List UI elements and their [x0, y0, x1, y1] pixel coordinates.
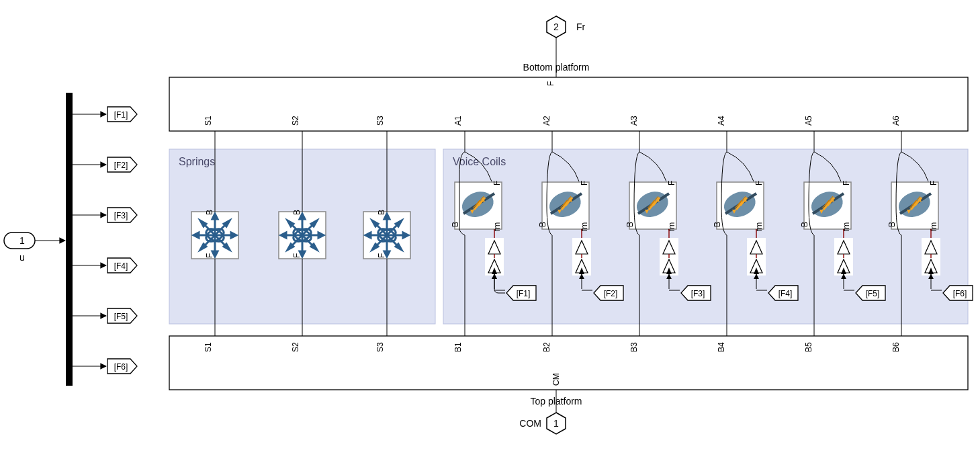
port-b: B: [538, 222, 547, 227]
port-label: B3: [629, 342, 639, 352]
port-fm: fm: [667, 222, 676, 231]
port-b: B: [625, 222, 635, 227]
port-fm: fm: [842, 222, 851, 231]
port-name: Fr: [576, 22, 586, 32]
goto-label: [F3]: [114, 211, 128, 220]
voice-coil-block[interactable]: B F fm: [451, 181, 502, 231]
port-label: CM: [551, 373, 561, 386]
goto-row: [F3]: [73, 208, 137, 222]
demux[interactable]: [66, 93, 73, 386]
port-b: B: [887, 222, 897, 227]
port-label: A5: [804, 116, 813, 126]
port-b: B: [800, 222, 809, 227]
input-port-number: 1: [19, 235, 25, 246]
port-b: B: [377, 210, 386, 215]
port-label: S1: [204, 116, 213, 126]
bottom-platform-block[interactable]: [169, 77, 968, 131]
spring-block[interactable]: B F: [191, 210, 238, 259]
spring-block[interactable]: B F: [279, 210, 326, 259]
goto-row: [F2]: [73, 157, 137, 172]
from-label: [F6]: [953, 289, 967, 298]
top-platform-block[interactable]: [169, 336, 968, 390]
voice-coil-block[interactable]: B F fm: [800, 181, 851, 231]
port-label: A6: [891, 116, 901, 126]
input-port-label: u: [19, 252, 25, 263]
port-label: A1: [453, 116, 463, 126]
goto-row: [F1]: [73, 107, 137, 122]
port-fm: fm: [492, 222, 502, 231]
port-b: B: [451, 222, 460, 227]
from-label: [F1]: [517, 289, 531, 298]
phys-port-fr[interactable]: 2 Fr: [547, 16, 586, 38]
voice-coil-block[interactable]: B F fm: [713, 181, 764, 231]
port-fm: fm: [754, 222, 764, 231]
port-fm: fm: [929, 222, 938, 231]
from-label: [F3]: [691, 289, 705, 298]
goto-label: [F5]: [114, 312, 128, 321]
port-f: F: [842, 181, 851, 185]
port-label: B6: [891, 342, 901, 352]
bottom-platform-title: Bottom platform: [523, 62, 590, 73]
port-number: 1: [553, 418, 559, 429]
input-port-u[interactable]: 1 u: [4, 232, 35, 263]
port-label: A2: [542, 116, 551, 126]
port-name: COM: [519, 418, 541, 429]
from-label: [F5]: [866, 289, 880, 298]
demux-outputs: [F1] [F2] [F3] [F4] [F5] [F6]: [73, 107, 137, 374]
goto-row: [F5]: [73, 308, 137, 323]
phys-port-com[interactable]: 1 COM: [519, 413, 566, 434]
goto-row: [F6]: [73, 359, 137, 374]
goto-row: [F4]: [73, 258, 137, 273]
port-f: F: [292, 253, 302, 258]
port-f: F: [377, 253, 386, 258]
goto-label: [F4]: [114, 261, 128, 271]
port-label: F: [546, 81, 555, 86]
port-label: A4: [717, 116, 726, 126]
port-f: F: [492, 181, 502, 185]
voice-coil-block[interactable]: B F fm: [887, 181, 938, 231]
port-label: S1: [204, 342, 213, 352]
port-fm: fm: [580, 222, 589, 231]
voice-coil-block[interactable]: B F fm: [538, 181, 589, 231]
from-label: [F4]: [778, 289, 793, 298]
port-number: 2: [553, 22, 559, 32]
spring-block[interactable]: B F: [363, 210, 410, 259]
port-label: B1: [453, 342, 463, 352]
goto-label: [F2]: [114, 161, 128, 170]
port-label: S2: [291, 116, 300, 126]
goto-label: [F6]: [114, 362, 128, 372]
port-b: B: [713, 222, 722, 227]
port-label: S3: [375, 116, 385, 126]
port-f: F: [580, 181, 589, 185]
goto-label: [F1]: [114, 110, 128, 120]
port-label: B5: [804, 342, 813, 352]
port-f: F: [205, 253, 214, 258]
port-label: S3: [375, 342, 385, 352]
from-label: [F2]: [604, 289, 618, 298]
port-label: A3: [629, 116, 639, 126]
port-label: B2: [542, 342, 551, 352]
port-f: F: [667, 181, 676, 185]
springs-title: Springs: [179, 156, 215, 167]
port-b: B: [292, 210, 302, 215]
port-b: B: [205, 210, 214, 215]
voice-coil-block[interactable]: B F fm: [625, 181, 676, 231]
port-label: B4: [717, 342, 726, 352]
port-f: F: [754, 181, 764, 185]
port-f: F: [929, 181, 938, 185]
port-label: S2: [291, 342, 300, 352]
